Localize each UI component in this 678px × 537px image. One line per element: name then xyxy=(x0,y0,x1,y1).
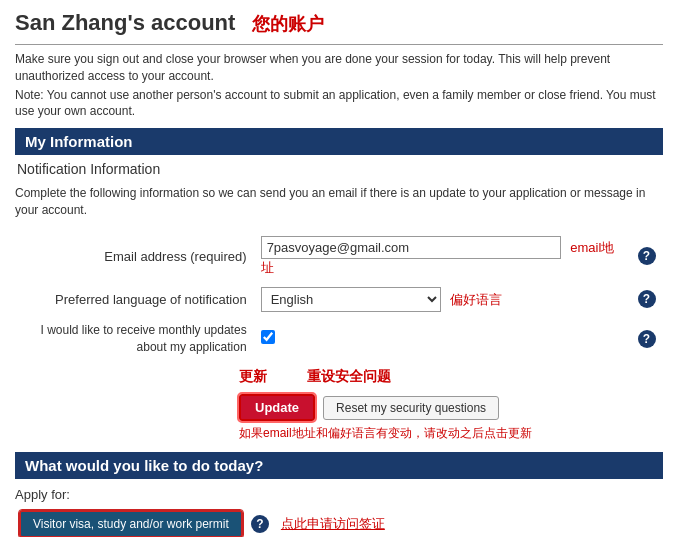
visitor-visa-annotation: 点此申请访问签证 xyxy=(281,515,385,533)
warning-text-1: Make sure you sign out and close your br… xyxy=(15,51,663,85)
button-row: Update Reset my security questions xyxy=(239,394,663,421)
language-select[interactable]: English Français xyxy=(261,287,441,312)
apply-for-label: Apply for: xyxy=(15,487,663,502)
language-label: Preferred language of notification xyxy=(15,282,257,317)
chinese-subtitle: 您的账户 xyxy=(252,14,324,34)
my-information-header: My Information xyxy=(15,128,663,155)
checkbox-help-icon[interactable]: ? xyxy=(638,330,656,348)
visitor-visa-help-icon[interactable]: ? xyxy=(251,515,269,533)
notification-form: Email address (required) email地址 ? Prefe… xyxy=(15,231,663,361)
notification-description: Complete the following information so we… xyxy=(15,185,663,219)
bottom-annotation: 如果email地址和偏好语言有变动，请改动之后点击更新 xyxy=(239,425,663,442)
warning-text-2: Note: You cannot use another person's ac… xyxy=(15,87,663,121)
email-label: Email address (required) xyxy=(15,231,257,282)
page-title: San Zhang's account 您的账户 xyxy=(15,10,324,35)
update-annotation: 更新 xyxy=(239,368,267,386)
email-input[interactable] xyxy=(261,236,561,259)
language-annotation: 偏好语言 xyxy=(450,292,502,307)
visitor-visa-row: Visitor visa, study and/or work permit ?… xyxy=(19,510,663,537)
notification-info-title: Notification Information xyxy=(15,161,663,177)
update-button[interactable]: Update xyxy=(239,394,315,421)
apply-buttons: Visitor visa, study and/or work permit ?… xyxy=(15,510,663,537)
reset-button[interactable]: Reset my security questions xyxy=(323,396,499,420)
title-divider xyxy=(15,44,663,45)
annotation-row: 更新 重设安全问题 xyxy=(239,368,663,386)
checkbox-row: I would like to receive monthly updates … xyxy=(15,317,663,361)
visitor-visa-button[interactable]: Visitor visa, study and/or work permit xyxy=(19,510,243,537)
language-help-icon[interactable]: ? xyxy=(638,290,656,308)
reset-annotation: 重设安全问题 xyxy=(307,368,391,386)
language-row: Preferred language of notification Engli… xyxy=(15,282,663,317)
email-help-icon[interactable]: ? xyxy=(638,247,656,265)
what-section-header: What would you like to do today? xyxy=(15,452,663,479)
email-row: Email address (required) email地址 ? xyxy=(15,231,663,282)
checkbox-label: I would like to receive monthly updates … xyxy=(15,317,257,361)
monthly-updates-checkbox[interactable] xyxy=(261,330,275,344)
